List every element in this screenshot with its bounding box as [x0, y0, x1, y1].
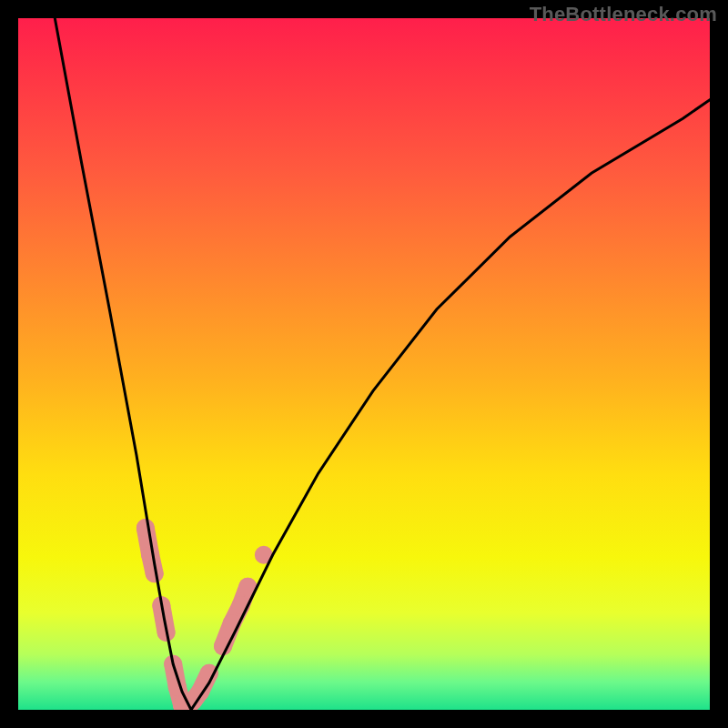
- highlight-marker: [141, 546, 159, 564]
- bottleneck-curve-svg: [18, 18, 710, 710]
- chart-frame: TheBottleneck.com: [0, 0, 728, 728]
- highlight-markers: [136, 519, 273, 710]
- highlight-marker: [136, 519, 155, 537]
- watermark-text: TheBottleneck.com: [530, 3, 717, 26]
- plot-area: [18, 18, 710, 710]
